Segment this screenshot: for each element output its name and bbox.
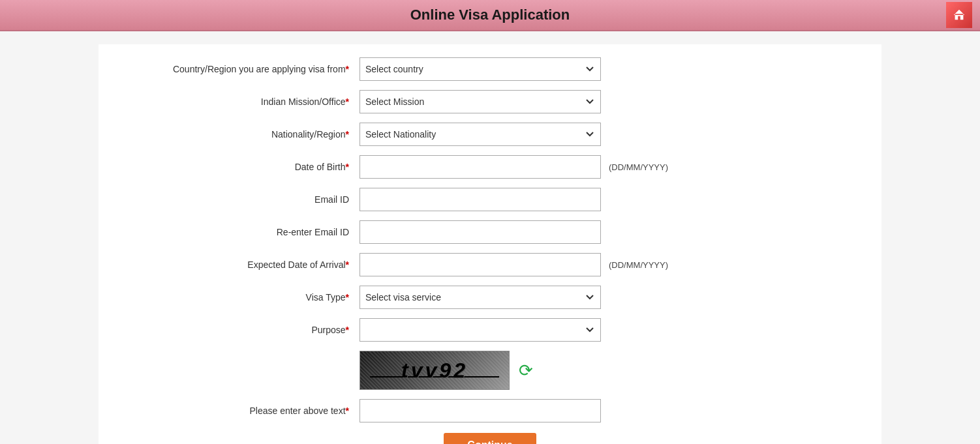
email-label: Email ID [125, 194, 360, 205]
captcha-image-row: tvv92 ⟳ [125, 351, 855, 390]
country-region-required: * [346, 64, 349, 74]
captcha-display-text: tvv92 [401, 359, 468, 383]
refresh-captcha-icon[interactable]: ⟳ [519, 361, 533, 381]
re-email-input[interactable] [360, 220, 601, 244]
email-input[interactable] [360, 188, 601, 211]
arrival-date-hint: (DD/MM/YYYY) [609, 260, 668, 270]
visa-type-label: Visa Type* [125, 292, 360, 303]
purpose-select[interactable] [360, 318, 601, 342]
purpose-row: Purpose* [125, 318, 855, 342]
main-content: Country/Region you are applying visa fro… [0, 31, 980, 444]
visa-type-row: Visa Type* Select visa service [125, 286, 855, 309]
indian-mission-label: Indian Mission/Office* [125, 96, 360, 107]
home-icon[interactable] [946, 2, 972, 28]
continue-row: Continue [125, 433, 855, 444]
dob-row: Date of Birth* (DD/MM/YYYY) [125, 155, 855, 179]
visa-type-required: * [346, 292, 349, 303]
dob-required: * [346, 162, 349, 172]
dob-label: Date of Birth* [125, 162, 360, 172]
page-wrapper: Online Visa Application Country/Region y… [0, 0, 980, 444]
captcha-label: Please enter above text* [125, 406, 360, 416]
page-title: Online Visa Application [410, 7, 570, 23]
dob-input[interactable] [360, 155, 601, 179]
arrival-date-label: Expected Date of Arrival* [125, 259, 360, 270]
captcha-image: tvv92 [360, 351, 510, 390]
dob-date-hint: (DD/MM/YYYY) [609, 162, 668, 172]
visa-type-select[interactable]: Select visa service [360, 286, 601, 309]
arrival-date-required: * [346, 259, 349, 270]
indian-mission-select[interactable]: Select Mission [360, 90, 601, 113]
indian-mission-row: Indian Mission/Office* Select Mission [125, 90, 855, 113]
country-region-label: Country/Region you are applying visa fro… [125, 64, 360, 74]
arrival-date-row: Expected Date of Arrival* (DD/MM/YYYY) [125, 253, 855, 276]
re-email-row: Re-enter Email ID [125, 220, 855, 244]
indian-mission-required: * [346, 96, 349, 107]
country-region-row: Country/Region you are applying visa fro… [125, 57, 855, 81]
re-email-label: Re-enter Email ID [125, 227, 360, 237]
nationality-required: * [346, 129, 349, 140]
purpose-required: * [346, 325, 349, 335]
nationality-row: Nationality/Region* Select Nationality [125, 123, 855, 146]
country-region-select[interactable]: Select country [360, 57, 601, 81]
arrival-date-input[interactable] [360, 253, 601, 276]
nationality-label: Nationality/Region* [125, 129, 360, 140]
nationality-select[interactable]: Select Nationality [360, 123, 601, 146]
continue-button[interactable]: Continue [444, 433, 536, 444]
header-bar: Online Visa Application [0, 0, 980, 31]
email-row: Email ID [125, 188, 855, 211]
captcha-input[interactable] [360, 399, 601, 422]
purpose-label: Purpose* [125, 325, 360, 335]
form-container: Country/Region you are applying visa fro… [99, 44, 881, 444]
captcha-required-star: * [346, 406, 349, 416]
captcha-input-row: Please enter above text* [125, 399, 855, 422]
